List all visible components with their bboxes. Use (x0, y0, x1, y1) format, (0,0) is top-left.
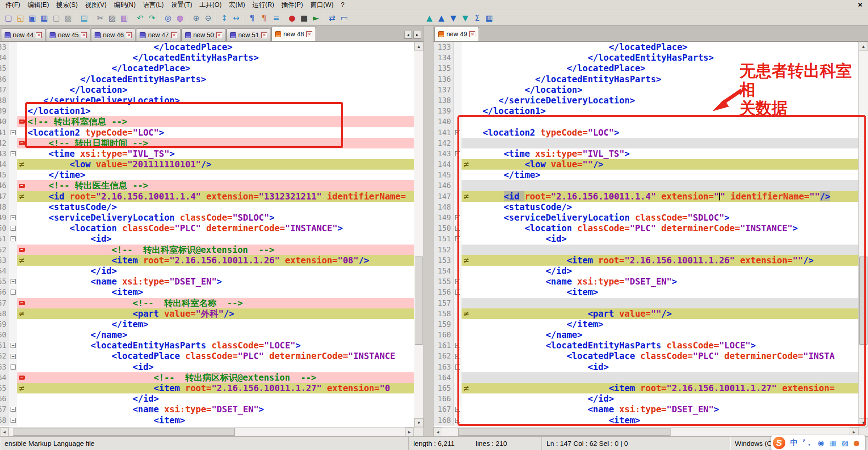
vertical-scrollbar-left[interactable]: ▲ ▼ (414, 42, 423, 427)
code-line[interactable]: 141− <location2 typeCode="LOC"> (434, 127, 858, 138)
scroll-track[interactable] (859, 51, 868, 418)
first-diff-icon[interactable]: ▲ (423, 12, 435, 24)
cut-icon[interactable]: ✂ (94, 12, 106, 24)
code-line[interactable]: 164− <!-- 转出病区标识@extension --> (0, 372, 414, 383)
code-line[interactable]: 152 (434, 245, 858, 255)
scroll-thumb[interactable] (859, 256, 868, 345)
code-line[interactable]: 160 </name> (0, 330, 414, 340)
tab-new-47[interactable]: new 47× (136, 28, 180, 41)
tab-new-50[interactable]: new 50× (181, 28, 226, 41)
code-line[interactable]: 150− <location classCode="PLC" determine… (0, 223, 414, 234)
menu-item-2[interactable]: 搜索(S) (53, 0, 82, 10)
code-line[interactable]: 140 (434, 116, 858, 127)
scroll-thumb[interactable] (458, 428, 670, 436)
fold-collapse-icon[interactable]: − (9, 404, 17, 415)
chinese-mode-icon[interactable]: 中 (790, 438, 798, 448)
code-line[interactable]: 149− <serviceDeliveryLocation classCode=… (0, 212, 414, 223)
code-line[interactable]: 163− <id> (434, 362, 858, 372)
fold-collapse-icon[interactable]: − (454, 212, 462, 223)
close-all-icon[interactable]: ▩ (62, 12, 74, 24)
fold-collapse-icon[interactable]: − (9, 148, 17, 159)
code-line[interactable]: 145 </time> (434, 170, 858, 180)
code-line[interactable]: 141−<location2 typeCode="LOC"> (0, 127, 414, 138)
code-line[interactable]: 154 </id> (434, 266, 858, 276)
fold-collapse-icon[interactable]: − (454, 404, 462, 415)
tab-scroll-next-icon[interactable]: ▸ (413, 31, 421, 39)
copy-icon[interactable]: ▨ (106, 12, 118, 24)
code-line[interactable]: 157− <!-- 转出科室名称 --> (0, 298, 414, 308)
menu-item-7[interactable]: 工具(O) (196, 0, 225, 10)
scroll-down-icon[interactable]: ▼ (859, 418, 868, 427)
tab-new-45[interactable]: new 45× (46, 28, 90, 41)
zoom-out-icon[interactable]: ⊖ (202, 12, 214, 24)
menu-item-0[interactable]: 件(F) (2, 0, 24, 10)
code-line[interactable]: 133 </locatedPlace> (434, 42, 858, 52)
fold-collapse-icon[interactable]: − (9, 212, 17, 223)
menu-item-10[interactable]: 插件(P) (278, 0, 307, 10)
code-line[interactable]: 159 </item> (0, 319, 414, 330)
tab-close-icon[interactable]: × (469, 31, 475, 37)
tab-close-icon[interactable]: × (36, 32, 42, 38)
code-area-right[interactable]: 133 </locatedPlace>134 </locatedEntityHa… (434, 42, 858, 427)
fold-collapse-icon[interactable]: − (9, 415, 17, 426)
compare-options-icon[interactable]: ▦ (483, 12, 495, 24)
code-line[interactable]: 168− <item> (0, 415, 414, 426)
code-line[interactable]: 164 (434, 372, 858, 383)
code-line[interactable]: 143− <time xsi:type="IVL_TS"> (434, 148, 858, 159)
previous-diff-icon[interactable]: ▲ (435, 12, 447, 24)
fold-collapse-icon[interactable]: − (454, 340, 462, 351)
tab-new-49[interactable]: new 49× (434, 27, 479, 41)
code-line[interactable]: 162− <locatedPlace classCode="PLC" deter… (0, 351, 414, 361)
code-line[interactable]: 151− <id> (434, 234, 858, 244)
scroll-left-icon[interactable]: ◄ (0, 427, 9, 436)
macro-record-icon[interactable]: ● (286, 12, 298, 24)
find-icon[interactable]: ◎ (162, 12, 174, 24)
horizontal-scrollbar-right[interactable]: ◄ ► (434, 427, 868, 436)
zoom-in-icon[interactable]: ⊕ (190, 12, 202, 24)
code-line[interactable]: 145 </time> (0, 170, 414, 180)
code-line[interactable]: 147≠ <id root="2.16.156.10011.1.4" exten… (434, 191, 858, 202)
tab-new-46[interactable]: new 46× (91, 28, 135, 41)
code-line[interactable]: 146 (434, 180, 858, 191)
menu-item-11[interactable]: 窗口(W) (307, 0, 338, 10)
code-line[interactable]: 153≠ <item root="2.16.156.10011.1.26" ex… (0, 255, 414, 266)
code-line[interactable]: 136 </locatedEntityHasParts> (0, 74, 414, 85)
code-line[interactable]: 133 </locatedPlace> (0, 42, 414, 52)
code-line[interactable]: 142 (434, 138, 858, 148)
word-wrap-icon[interactable]: ¶ (246, 12, 258, 24)
macro-play-icon[interactable]: ► (310, 12, 322, 24)
code-line[interactable]: 138 </serviceDeliveryLocation> (434, 95, 858, 106)
fold-collapse-icon[interactable]: − (454, 362, 462, 372)
code-line[interactable]: 148 <statusCode/> (0, 202, 414, 212)
code-line[interactable]: 137 </location> (434, 85, 858, 95)
next-diff-icon[interactable]: ▼ (447, 12, 459, 24)
code-line[interactable]: 139 </location1> (434, 106, 858, 116)
fold-collapse-icon[interactable]: − (9, 362, 17, 372)
code-line[interactable]: 167− <name xsi:type="DSET_EN"> (0, 404, 414, 415)
code-line[interactable]: 140−<!-- 转出科室信息 --> (0, 116, 414, 127)
fold-collapse-icon[interactable]: − (9, 276, 17, 287)
tab-close-icon[interactable]: × (216, 32, 222, 38)
code-line[interactable]: 134 </locatedEntityHasParts> (434, 52, 858, 63)
code-line[interactable]: 160 </name> (434, 330, 858, 340)
scroll-up-icon[interactable]: ▲ (414, 42, 423, 51)
last-diff-icon[interactable]: ▼ (459, 12, 471, 24)
new-file-icon[interactable]: ▢ (2, 12, 14, 24)
code-line[interactable]: 161− <locatedEntityHasParts classCode="L… (434, 340, 858, 351)
diff-summary-icon[interactable]: Σ (471, 12, 483, 24)
code-line[interactable]: 166 </id> (0, 393, 414, 404)
code-line[interactable]: 155− <name xsi:type="DSET_EN"> (434, 276, 858, 287)
scroll-down-icon[interactable]: ▼ (414, 418, 423, 427)
fold-collapse-icon[interactable]: − (454, 127, 462, 138)
code-line[interactable]: 161− <locatedEntityHasParts classCode="L… (0, 340, 414, 351)
scroll-left-icon[interactable]: ◄ (434, 427, 442, 436)
menu-item-1[interactable]: 编辑(E) (24, 0, 53, 10)
code-line[interactable]: 144≠ <low value=""/> (434, 159, 858, 170)
vertical-scrollbar-right[interactable]: ▲ ▼ (858, 42, 868, 427)
fold-collapse-icon[interactable]: − (454, 223, 462, 234)
compare-icon[interactable]: ⇄ (326, 12, 338, 24)
menu-item-4[interactable]: 编码(N) (110, 0, 139, 10)
menu-item-9[interactable]: 运行(R) (249, 0, 278, 10)
code-line[interactable]: 138 </serviceDeliveryLocation> (0, 95, 414, 106)
paste-icon[interactable]: ▥ (118, 12, 130, 24)
